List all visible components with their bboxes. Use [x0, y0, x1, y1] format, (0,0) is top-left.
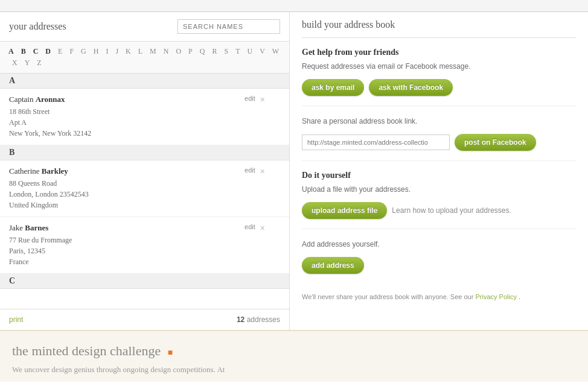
alpha-letter-p[interactable]: P: [187, 46, 194, 57]
address-line: United Kingdom: [9, 200, 280, 210]
alpha-letter-g[interactable]: G: [80, 46, 88, 57]
address-line: New York, New York 32142: [9, 128, 280, 139]
edit-link[interactable]: edit: [244, 95, 255, 104]
help-heading: Get help from your friends: [302, 48, 576, 57]
address-line: 18 86th Street: [9, 106, 280, 117]
rss-icon: ■: [168, 348, 173, 357]
alpha-letter-q[interactable]: Q: [199, 46, 206, 57]
alpha-letter-e[interactable]: E: [57, 46, 63, 57]
alpha-letter-s[interactable]: S: [223, 46, 229, 57]
edit-link[interactable]: edit: [244, 166, 255, 176]
address-line: London, London 23542543: [9, 189, 280, 200]
privacy-text: We'll never share your address book with…: [302, 293, 473, 300]
address-entry: Catherine Barkley88 Queens RoadLondon, L…: [0, 160, 289, 217]
right-header: build your address book: [302, 12, 576, 38]
post-on-facebook-button[interactable]: post on Facebook: [455, 134, 536, 151]
alpha-letter-u[interactable]: U: [246, 46, 254, 57]
bottom-desc: We uncover design genius through ongoing…: [12, 364, 576, 376]
share-link-row: post on Facebook: [302, 134, 576, 151]
entry-actions: edit×: [244, 95, 265, 104]
alpha-letter-o[interactable]: O: [174, 46, 182, 57]
delete-button[interactable]: ×: [260, 223, 265, 233]
address-line: Paris, 12345: [9, 245, 280, 256]
alpha-letter-j[interactable]: J: [114, 46, 120, 57]
bottom-title: the minted design challenge ■: [12, 343, 576, 359]
diy-buttons: upload address file Learn how to upload …: [302, 202, 576, 219]
section-letter-a: A: [0, 74, 289, 89]
add-address-button[interactable]: add address: [302, 257, 364, 274]
alpha-letter-c[interactable]: C: [32, 46, 40, 57]
alpha-letter-a[interactable]: A: [7, 46, 15, 57]
section-letter-c: C: [0, 274, 289, 289]
edit-link[interactable]: edit: [244, 223, 255, 233]
search-input[interactable]: [177, 19, 280, 34]
diy-desc: Upload a file with your addresses.: [302, 184, 576, 195]
address-entry: Jake Barnes77 Rue du FrommageParis, 1234…: [0, 217, 289, 274]
left-panel: your addresses A B C D E F G H I J K L M…: [0, 12, 290, 330]
right-panel: build your address book Get help from yo…: [290, 12, 588, 330]
alpha-letter-h[interactable]: H: [92, 46, 100, 57]
alpha-letter-z[interactable]: Z: [36, 58, 42, 68]
entry-actions: edit×: [244, 166, 265, 176]
entry-actions: edit×: [244, 223, 265, 233]
address-list: ACaptain Aronnax18 86th StreetApt ANew Y…: [0, 74, 289, 309]
address-line: France: [9, 256, 280, 267]
share-link-input[interactable]: [302, 134, 450, 150]
alpha-letter-f[interactable]: F: [68, 46, 75, 57]
address-line: Apt A: [9, 117, 280, 128]
address-entry: Captain Aronnax18 86th StreetApt ANew Yo…: [0, 89, 289, 145]
address-count: 12 addresses: [237, 315, 280, 324]
share-section: Share a personal address book link. post…: [302, 106, 576, 161]
address-line: 88 Queens Road: [9, 178, 280, 189]
alpha-letter-i[interactable]: I: [104, 46, 109, 57]
alpha-letter-v[interactable]: V: [258, 46, 266, 57]
left-footer: print 12 addresses: [0, 309, 289, 330]
alpha-letter-x[interactable]: X: [11, 58, 19, 68]
alpha-letter-l[interactable]: L: [137, 46, 144, 57]
delete-button[interactable]: ×: [260, 166, 265, 176]
privacy-policy-link[interactable]: Privacy Policy: [475, 293, 516, 300]
addresses-title: your addresses: [9, 21, 66, 32]
right-title: build your address book: [302, 19, 576, 30]
alpha-letter-w[interactable]: W: [271, 46, 280, 57]
alpha-letter-b[interactable]: B: [20, 46, 27, 57]
add-section: Add addresses yourself. add address: [302, 229, 576, 283]
learn-how-link[interactable]: Learn how to upload your addresses.: [392, 206, 511, 215]
privacy-end: .: [519, 293, 520, 300]
help-desc: Request addresses via email or Facebook …: [302, 61, 576, 72]
left-header: your addresses: [0, 12, 289, 42]
ask-by-email-button[interactable]: ask by email: [302, 79, 364, 96]
help-buttons: ask by email ask with Facebook: [302, 79, 576, 96]
alpha-letter-d[interactable]: D: [44, 46, 52, 57]
upload-address-file-button[interactable]: upload address file: [302, 202, 387, 219]
alpha-letter-r[interactable]: R: [211, 46, 218, 57]
privacy-note: We'll never share your address book with…: [302, 283, 576, 311]
add-desc: Add addresses yourself.: [302, 239, 576, 250]
alpha-letter-m[interactable]: M: [149, 46, 158, 57]
address-name: Jake Barnes: [9, 223, 280, 233]
help-section: Get help from your friends Request addre…: [302, 38, 576, 106]
ask-with-facebook-button[interactable]: ask with Facebook: [369, 79, 453, 96]
alpha-letter-t[interactable]: T: [234, 46, 241, 57]
diy-heading: Do it yourself: [302, 171, 576, 180]
address-line: 77 Rue du Frommage: [9, 235, 280, 245]
section-letter-b: B: [0, 145, 289, 160]
print-link[interactable]: print: [9, 315, 23, 324]
bottom-section: the minted design challenge ■ We uncover…: [0, 330, 588, 382]
delete-button[interactable]: ×: [260, 95, 265, 104]
alpha-letter-n[interactable]: N: [162, 46, 170, 57]
address-name: Catherine Barkley: [9, 166, 280, 176]
alpha-letter-k[interactable]: K: [124, 46, 132, 57]
diy-section: Do it yourself Upload a file with your a…: [302, 161, 576, 229]
alpha-nav: A B C D E F G H I J K L M N O P Q R S T …: [0, 42, 289, 74]
address-name: Captain Aronnax: [9, 95, 280, 104]
share-desc: Share a personal address book link.: [302, 116, 576, 127]
alpha-letter-y[interactable]: Y: [24, 58, 31, 68]
